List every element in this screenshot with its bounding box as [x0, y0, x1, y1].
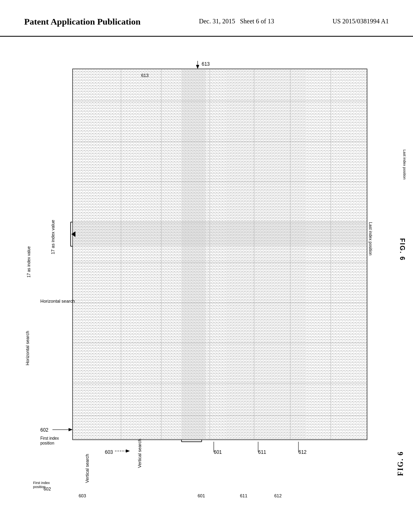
svg-text:602: 602	[40, 427, 48, 433]
svg-rect-13	[226, 69, 307, 440]
svg-text:601: 601	[214, 449, 222, 455]
svg-rect-14	[307, 69, 367, 440]
figure-area: FIG. 6 a b 17 17	[0, 37, 413, 516]
svg-marker-37	[196, 65, 199, 69]
svg-marker-50	[126, 449, 130, 453]
svg-text:613: 613	[202, 61, 210, 67]
svg-text:17 as index value: 17 as index value	[50, 220, 55, 254]
ref-601: 601	[198, 493, 205, 498]
svg-rect-15	[73, 222, 367, 246]
svg-marker-47	[69, 428, 73, 431]
svg-text:Vertical search: Vertical search	[137, 438, 142, 468]
publication-date-sheet: Dec. 31, 2015 Sheet 6 of 13	[199, 16, 274, 25]
svg-text:Last index position: Last index position	[368, 222, 373, 256]
svg-text:position: position	[40, 441, 54, 445]
patent-number: US 2015/0381994 A1	[332, 16, 389, 25]
svg-text:611: 611	[258, 449, 266, 455]
fig-6-label: FIG. 6	[398, 238, 406, 261]
svg-text:603: 603	[105, 449, 113, 455]
svg-rect-11	[73, 69, 145, 440]
figure-label: FIG. 6	[396, 451, 405, 476]
svg-text:612: 612	[298, 449, 307, 455]
patent-title: Patent Application Publication	[24, 16, 140, 28]
figure-diagram: a b 17 17	[40, 61, 379, 484]
vertical-search-label: Vertical search	[85, 454, 90, 483]
ref-602: 602	[44, 486, 51, 491]
index-value-label: 17 as index value	[27, 246, 31, 278]
ref-613: 613	[141, 73, 148, 78]
ref-603: 603	[79, 493, 86, 498]
svg-rect-16	[181, 69, 206, 440]
svg-text:Horizontal search: Horizontal search	[40, 299, 75, 303]
last-index-position-label: Last index position	[403, 150, 407, 180]
ref-612: 612	[274, 493, 282, 498]
horizontal-search-label: Horizontal search	[25, 331, 30, 366]
svg-text:First index: First index	[40, 436, 59, 441]
ref-611: 611	[240, 493, 247, 498]
